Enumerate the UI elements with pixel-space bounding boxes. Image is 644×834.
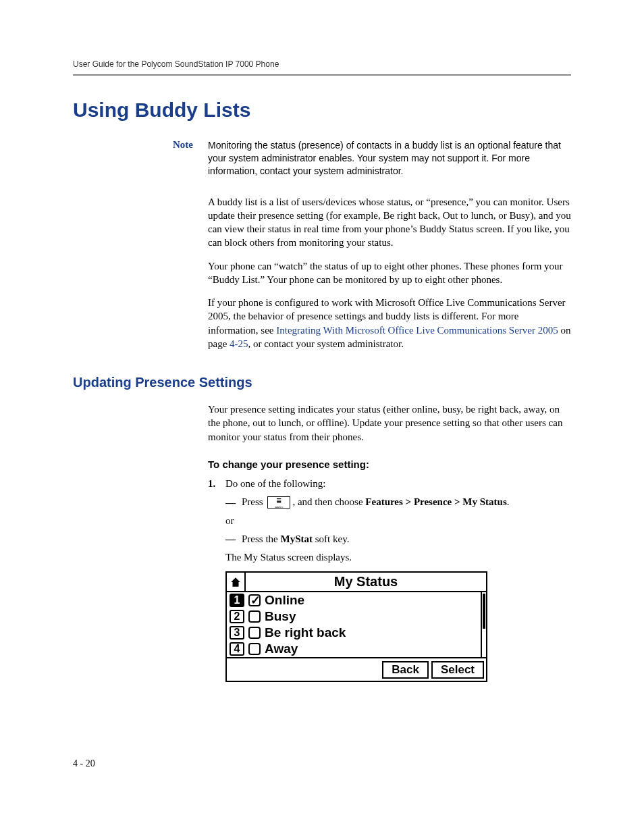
bullet-dash: —: [225, 497, 242, 509]
subsection-heading: Updating Presence Settings: [73, 375, 571, 390]
paragraph: Your phone can “watch” the status of up …: [208, 259, 571, 287]
radio-icon: [248, 610, 261, 623]
keycap: 4: [230, 642, 244, 656]
keycap: 3: [230, 626, 244, 640]
note-label: Note: [73, 139, 208, 151]
status-option: 2 Busy: [227, 608, 479, 625]
text-run: Press the: [242, 533, 281, 544]
page-number: 4 - 20: [73, 758, 95, 769]
body-text-block: A buddy list is a list of users/devices …: [208, 195, 571, 351]
paragraph: If your phone is configured to work with…: [208, 296, 571, 350]
text-run: .: [507, 496, 510, 507]
radio-icon: [248, 627, 261, 639]
note-block: Note Monitoring the status (presence) of…: [73, 139, 571, 178]
procedure-heading: To change your presence setting:: [208, 459, 571, 470]
paragraph: Your presence setting indicates your sta…: [208, 402, 571, 444]
radio-checked-icon: [248, 594, 261, 606]
back-softkey: Back: [382, 661, 429, 679]
document-page: User Guide for the Polycom SoundStation …: [0, 0, 644, 834]
text-run: soft key.: [313, 533, 349, 544]
step-number: 1.: [208, 478, 225, 490]
menu-path: Features > Presence > My Status: [365, 496, 506, 507]
home-icon: [227, 573, 246, 591]
option-label: Away: [265, 642, 298, 656]
menu-key-icon: ≣MENU: [267, 496, 290, 509]
running-header: User Guide for the Polycom SoundStation …: [73, 59, 571, 76]
scrollbar: [481, 592, 486, 657]
text-run: Press: [242, 496, 265, 507]
phone-option-list: 1 Online 2 Busy 3 Be right back 4: [227, 592, 486, 657]
text-run: , or contact your system administrator.: [248, 338, 404, 349]
softkey-name: MyStat: [281, 533, 313, 544]
numbered-step: 1. Do one of the following:: [208, 478, 571, 490]
result-text: The My Status screen displays.: [225, 552, 571, 563]
phone-title-text: My Status: [246, 573, 486, 591]
option-label: Online: [265, 593, 304, 608]
page-reference-link[interactable]: 4-25: [230, 338, 248, 349]
or-separator: or: [225, 515, 571, 527]
note-body: Monitoring the status (presence) of cont…: [208, 139, 571, 178]
option-label: Be right back: [265, 625, 346, 640]
option-label: Busy: [265, 609, 296, 624]
substep-text: Press the MyStat soft key.: [242, 533, 349, 545]
phone-title-bar: My Status: [227, 573, 486, 592]
substep: — Press the MyStat soft key.: [225, 533, 571, 545]
status-option: 3 Be right back: [227, 625, 479, 641]
body-text-block: Your presence setting indicates your sta…: [208, 402, 571, 682]
paragraph: A buddy list is a list of users/devices …: [208, 195, 571, 250]
radio-icon: [248, 643, 261, 655]
select-softkey: Select: [431, 661, 484, 679]
substep: — Press ≣MENU, and then choose Features …: [225, 496, 571, 509]
bullet-dash: —: [225, 533, 242, 545]
keycap: 1: [230, 594, 244, 607]
status-option: 1 Online: [227, 592, 479, 608]
keycap: 2: [230, 610, 244, 623]
substep-text: Press ≣MENU, and then choose Features > …: [242, 496, 509, 509]
status-option: 4 Away: [227, 641, 479, 657]
softkey-bar: Back Select: [227, 657, 486, 681]
text-run: , and then choose: [292, 496, 365, 507]
cross-reference-link[interactable]: Integrating With Microsoft Office Live C…: [276, 325, 558, 336]
step-text: Do one of the following:: [225, 478, 571, 490]
phone-screenshot: My Status 1 Online 2 Busy 3 Be right b: [225, 571, 487, 682]
section-heading: Using Buddy Lists: [73, 99, 571, 122]
